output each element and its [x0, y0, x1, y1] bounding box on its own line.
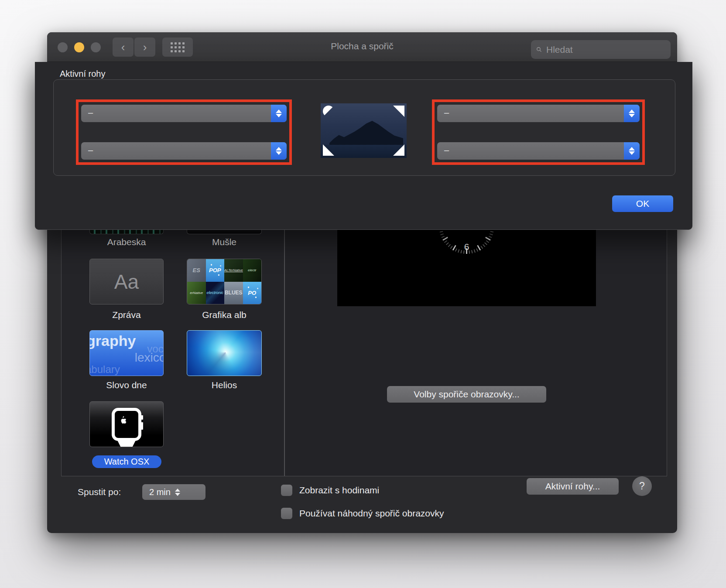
saver-thumb-helios[interactable] — [187, 330, 262, 376]
corner-marker-icon — [323, 144, 334, 156]
corner-marker-icon — [393, 144, 404, 156]
duration-popup[interactable]: 2 min — [142, 484, 205, 500]
hot-corners-button[interactable]: Aktivní rohy... — [527, 478, 619, 495]
start-after-label: Spustit po: — [78, 487, 121, 497]
saver-thumb-grafika-alb[interactable]: ES POP ALTerNative electr erNative elect… — [187, 259, 262, 304]
stepper-chevrons-icon — [624, 105, 640, 122]
screensaver-options-button[interactable]: Volby spořiče obrazovky... — [387, 386, 546, 403]
clock-face: 6 — [337, 230, 596, 306]
bottom-right-corner-popup[interactable]: – — [437, 142, 640, 160]
random-saver-label: Používat náhodný spořič obrazovky — [299, 508, 444, 519]
saver-thumb-musle[interactable] — [187, 230, 262, 234]
saver-label: Mušle — [187, 237, 262, 247]
album-tile: ALTerNative — [224, 259, 243, 282]
screensaver-preview: 6 — [337, 230, 596, 306]
titlebar: ‹ › Plocha a spořič — [47, 32, 677, 62]
ok-button[interactable]: OK — [612, 195, 673, 212]
stepper-chevrons-icon — [624, 142, 640, 160]
stepper-chevrons-icon — [271, 142, 287, 160]
album-tile: PO — [243, 282, 262, 304]
right-corners-highlight: – – — [432, 99, 645, 165]
updown-chevrons-icon — [175, 489, 201, 496]
album-tile: erNative — [187, 282, 206, 304]
saver-thumb-zprava[interactable]: Aa — [89, 259, 164, 304]
saver-thumb-arabeska[interactable] — [89, 230, 164, 234]
hot-corners-sheet: Aktivní rohy – – – — [35, 62, 692, 230]
sheet-title: Aktivní rohy — [60, 69, 105, 79]
album-tile: electronic — [206, 282, 225, 304]
top-right-corner-popup[interactable]: – — [437, 105, 640, 122]
corner-marker-icon — [393, 106, 404, 117]
bottom-left-corner-popup[interactable]: – — [81, 142, 287, 160]
stepper-chevrons-icon — [271, 105, 287, 122]
top-left-corner-popup[interactable]: – — [81, 105, 287, 122]
random-saver-checkbox[interactable] — [281, 508, 292, 519]
album-tile: BLUES — [224, 282, 243, 304]
album-tile: ES — [187, 259, 206, 282]
search-field[interactable] — [531, 40, 671, 59]
show-clock-label: Zobrazit s hodinami — [299, 485, 379, 496]
album-tile: electr — [243, 259, 262, 282]
apple-watch-icon — [112, 408, 141, 441]
apple-logo-icon — [118, 415, 129, 427]
corner-marker-icon — [323, 106, 334, 117]
catalina-island-silhouette — [329, 119, 403, 146]
saver-label: Zpráva — [89, 310, 164, 320]
saver-label: Slovo dne — [89, 380, 164, 390]
left-corners-highlight: – – — [76, 99, 292, 165]
saver-label: Helios — [187, 380, 262, 390]
desktop-background: ‹ › Plocha a spořič 6 — [0, 0, 726, 588]
display-thumbnail — [321, 103, 407, 158]
show-clock-checkbox[interactable] — [281, 485, 292, 496]
help-button[interactable]: ? — [632, 476, 652, 496]
search-icon — [536, 45, 542, 54]
saver-thumb-watch-osx[interactable] — [89, 401, 164, 447]
saver-label: Grafika alb — [187, 310, 262, 320]
saver-label: Arabeska — [89, 237, 164, 247]
selected-saver-label: Watch OSX — [92, 455, 161, 468]
album-tile: POP — [206, 259, 225, 282]
saver-thumb-slovo-dne[interactable]: graphy voca lexicog abulary — [89, 330, 164, 376]
search-input[interactable] — [545, 44, 665, 55]
